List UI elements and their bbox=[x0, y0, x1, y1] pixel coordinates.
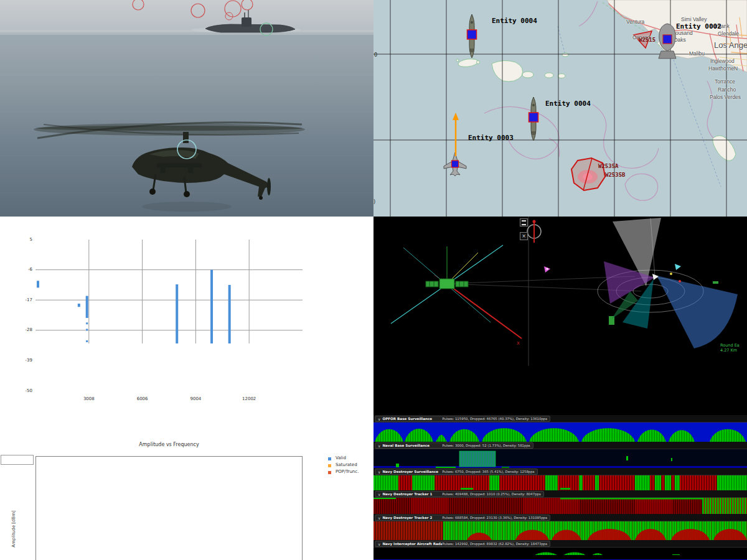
track-stats: Pulses: 115950, Dropped: 46765 (40.37%),… bbox=[442, 417, 547, 421]
track-name: Navy Destroyer Tracker 2 bbox=[382, 516, 442, 520]
track-pulses bbox=[374, 475, 747, 490]
sim-scene bbox=[0, 0, 374, 217]
track-pulses bbox=[374, 449, 747, 468]
viewer-3d[interactable]: X bbox=[374, 217, 747, 366]
chart-title: Amplitude vs Frequency bbox=[35, 442, 303, 447]
amp-max-input[interactable] bbox=[1, 455, 34, 465]
legend-item: Saturated bbox=[328, 463, 372, 469]
track-header-box: ∨Navy Destroyer Tracker 2Pulses: 688584,… bbox=[375, 515, 550, 521]
y-tick-label: -17 bbox=[15, 297, 32, 302]
track-header: ∨Navy Destroyer Tracker 1Pulses: 409488,… bbox=[374, 490, 747, 498]
legend-label: Valid bbox=[336, 455, 346, 460]
collapse-chevron-icon[interactable]: ∨ bbox=[378, 492, 380, 497]
legend-item: Valid bbox=[328, 456, 372, 462]
legend-label: POP/Trunc. bbox=[336, 469, 359, 474]
legend-marker bbox=[328, 471, 331, 474]
track-name: Navy Destroyer Tracker 1 bbox=[382, 492, 442, 496]
track-header-box: ∨Navy Interceptor Aircraft RadarPulses: … bbox=[375, 541, 550, 547]
y-tick-label: -39 bbox=[15, 358, 32, 363]
track-name: Navy Interceptor Aircraft Radar bbox=[382, 542, 442, 546]
track-stats: Pulses: 409488, Dropped: 1010 (0.25%), D… bbox=[442, 492, 540, 496]
map-canvas[interactable] bbox=[374, 0, 747, 217]
track-pulses bbox=[374, 422, 747, 442]
collapse-chevron-icon[interactable]: ∨ bbox=[378, 542, 380, 546]
legend-label: Saturated bbox=[336, 462, 357, 467]
close-icon[interactable]: × bbox=[520, 232, 528, 240]
sim-viewport bbox=[0, 0, 374, 217]
app-window: VenturaOxnardSimi ValleyThousandOaksMali… bbox=[0, 0, 747, 560]
track-pulses bbox=[374, 498, 747, 514]
track-stats: Pulses: 142992, Dropped: 89832 (62.82%),… bbox=[442, 542, 547, 546]
track-name: OPFOR Base Surveillance bbox=[382, 417, 442, 421]
scatter-plot bbox=[35, 456, 303, 560]
track-header: ∨OPFOR Base SurveillancePulses: 115950, … bbox=[374, 415, 747, 422]
map-entity-vessel[interactable] bbox=[655, 22, 680, 65]
menu-icon[interactable] bbox=[520, 218, 528, 226]
x-tick-label: 9004 bbox=[183, 396, 208, 401]
y-tick-label: -6 bbox=[15, 267, 32, 272]
y-axis-title: Amplitude [dBm] bbox=[11, 498, 16, 560]
scale-note-line2: 4.27 Km bbox=[720, 348, 747, 353]
collapse-chevron-icon[interactable]: ∨ bbox=[378, 470, 380, 474]
cyan-aircraft bbox=[675, 264, 681, 270]
track-header-box: ∨Naval Base SurveillancePulses: 3000, Dr… bbox=[375, 442, 533, 449]
x-tick-label: 12002 bbox=[237, 396, 261, 401]
chart-legend: ValidSaturatedPOP/Trunc. bbox=[328, 456, 372, 481]
y-tick-label: -50 bbox=[15, 388, 32, 393]
track-header-box: ∨OPFOR Base SurveillancePulses: 115950, … bbox=[375, 416, 550, 422]
track-header-box: ∨Navy Destroyer SurveillancePulses: 6750… bbox=[375, 469, 538, 475]
analysis-panel: Amplitude vs Frequency Amplitude [dBm] F… bbox=[0, 217, 374, 560]
collapse-chevron-icon[interactable]: ∨ bbox=[378, 516, 380, 520]
legend-item: POP/Trunc. bbox=[328, 470, 372, 476]
track-stats: Pulses: 688584, Dropped: 23130 (3.36%), … bbox=[442, 516, 547, 520]
map-entity-jet[interactable] bbox=[442, 151, 468, 180]
x-tick-label: 3008 bbox=[77, 396, 101, 401]
viewer-3d-scene: X bbox=[374, 217, 747, 366]
x-axis-label: X bbox=[517, 341, 520, 346]
y-tick-label: -28 bbox=[15, 327, 32, 332]
blue-beam bbox=[657, 276, 738, 348]
satellite-entity bbox=[426, 279, 468, 289]
track-header: ∨Navy Destroyer Tracker 2Pulses: 688584,… bbox=[374, 514, 747, 521]
legend-marker bbox=[328, 457, 331, 460]
orientation-gizmo bbox=[527, 220, 541, 243]
track-stats: Pulses: 3000, Dropped: 52 (1.73%), Densi… bbox=[442, 444, 530, 447]
track-pulses bbox=[374, 548, 747, 555]
scale-note: Round Ea 4.27 Km bbox=[720, 343, 747, 353]
axes-scene: X bbox=[391, 245, 641, 346]
white-aircraft bbox=[652, 274, 659, 280]
legend-marker bbox=[328, 464, 331, 467]
track-pulses-partial bbox=[374, 555, 747, 560]
track-header-box: ∨Navy Destroyer Tracker 1Pulses: 409488,… bbox=[375, 491, 544, 497]
track-header: ∨Navy Destroyer SurveillancePulses: 6750… bbox=[374, 468, 747, 475]
x-tick-label: 6006 bbox=[130, 396, 155, 401]
track-pulses bbox=[374, 521, 747, 540]
map-entity-ship[interactable] bbox=[466, 14, 477, 61]
collapse-chevron-icon[interactable]: ∨ bbox=[378, 417, 380, 421]
collapse-chevron-icon[interactable]: ∨ bbox=[378, 444, 380, 448]
y-tick-label: 5 bbox=[15, 237, 32, 242]
track-name: Navy Destroyer Surveillance bbox=[382, 470, 442, 474]
map-panel[interactable]: VenturaOxnardSimi ValleyThousandOaksMali… bbox=[374, 0, 747, 217]
map-entity-ship[interactable] bbox=[528, 96, 539, 144]
scale-note-line1: Round Ea bbox=[720, 343, 747, 348]
radar-scene bbox=[544, 218, 738, 348]
track-header: ∨Naval Base SurveillancePulses: 3000, Dr… bbox=[374, 442, 747, 449]
track-stats: Pulses: 6750, Dropped: 365 (5.41%), Dens… bbox=[442, 470, 534, 474]
track-name: Naval Base Surveillance bbox=[382, 444, 442, 447]
track-header: ∨Navy Interceptor Aircraft RadarPulses: … bbox=[374, 540, 747, 548]
